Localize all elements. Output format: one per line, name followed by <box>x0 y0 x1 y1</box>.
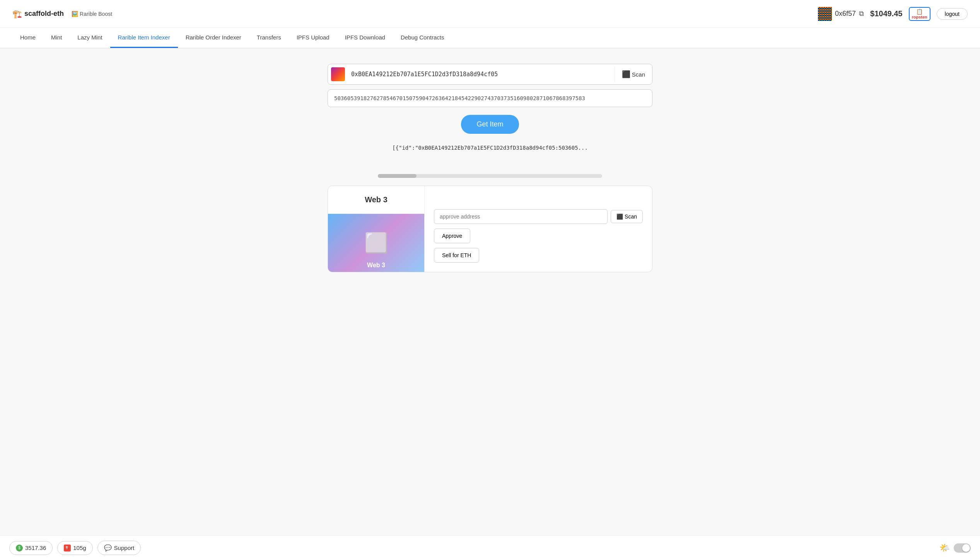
approve-button[interactable]: Approve <box>434 229 470 243</box>
card-left: Web 3 ⬜ Web 3 <box>328 186 425 272</box>
scaffold-icon: 🏗️ <box>12 9 22 19</box>
get-item-button[interactable]: Get Item <box>461 115 519 134</box>
app-title-text: scaffold-eth <box>24 10 64 18</box>
main-content: ⬛ Scan Get Item [{"id":"0xB0EA149212Eb70… <box>0 48 980 288</box>
main-nav: Home Mint Lazy Mint Rarible Item Indexer… <box>0 28 980 48</box>
copy-icon[interactable]: ⧉ <box>859 10 864 18</box>
cube-icon: ⬜ <box>364 232 388 254</box>
scroll-area[interactable] <box>378 174 602 178</box>
balance-display: $1049.45 <box>870 9 902 18</box>
chat-icon: 💬 <box>104 544 112 551</box>
input-section: ⬛ Scan Get Item [{"id":"0xB0EA149212Eb70… <box>328 64 652 151</box>
nav-item-mint[interactable]: Mint <box>43 28 70 48</box>
card-section: Web 3 ⬜ Web 3 ⬛ Scan Approve Sell for ET… <box>328 186 652 272</box>
app-title: 🏗️ scaffold-eth <box>12 9 64 19</box>
nav-item-transfers[interactable]: Transfers <box>249 28 289 48</box>
scan-label-approve: Scan <box>625 213 637 220</box>
balance-amount: 3517.36 <box>25 545 46 551</box>
card-title: Web 3 <box>328 186 424 214</box>
approve-row: ⬛ Scan <box>434 209 643 224</box>
address-input[interactable] <box>348 66 615 82</box>
bottom-bar: $ 3517.36 ⛽ 105g 💬 Support 🌤️ <box>0 535 980 560</box>
logout-button[interactable]: logout <box>937 8 968 20</box>
approve-address-input[interactable] <box>434 209 608 224</box>
qr-icon-approve: ⬛ <box>616 213 623 220</box>
scan-button-approve[interactable]: ⬛ Scan <box>611 210 643 223</box>
support-label: Support <box>114 545 135 551</box>
rarible-boost: 🖼️ Rarible Boost <box>72 11 112 17</box>
nav-item-home[interactable]: Home <box>12 28 43 48</box>
scroll-thumb <box>378 174 417 178</box>
wallet-avatar <box>818 7 832 21</box>
nft-image: ⬜ Web 3 <box>328 214 424 272</box>
wallet-info: 0x6f57 ⧉ <box>818 7 864 21</box>
scan-label-main: Scan <box>632 71 645 78</box>
bottom-right: 🌤️ <box>939 543 971 553</box>
card-image-section: ⬜ Web 3 <box>328 214 424 272</box>
bottom-left: $ 3517.36 ⛽ 105g 💬 Support <box>9 541 141 555</box>
theme-toggle[interactable] <box>954 543 971 553</box>
nav-item-rarible-order-indexer[interactable]: Rarible Order Indexer <box>178 28 249 48</box>
rarible-icon: 🖼️ <box>72 11 78 17</box>
gas-icon: ⛽ <box>64 545 71 551</box>
nav-item-lazy-mint[interactable]: Lazy Mint <box>70 28 110 48</box>
network-label: ropsten <box>912 15 927 19</box>
header: 🏗️ scaffold-eth 🖼️ Rarible Boost 0x6f57 … <box>0 0 980 28</box>
qr-icon-main: ⬛ <box>622 70 630 79</box>
balance-pill[interactable]: $ 3517.36 <box>9 541 53 555</box>
nav-item-rarible-item-indexer[interactable]: Rarible Item Indexer <box>110 28 178 48</box>
rarible-boost-label: Rarible Boost <box>80 11 112 17</box>
nav-item-ipfs-download[interactable]: IPFS Download <box>337 28 393 48</box>
header-right: 0x6f57 ⧉ $1049.45 📋 ropsten logout <box>818 7 968 21</box>
card-right: ⬛ Scan Approve Sell for ETH <box>425 186 652 272</box>
gas-amount: 105g <box>73 545 86 551</box>
nav-item-ipfs-upload[interactable]: IPFS Upload <box>289 28 337 48</box>
nft-image-label: Web 3 <box>367 262 385 269</box>
green-circle-icon: $ <box>16 545 23 551</box>
wallet-address: 0x6f57 <box>835 10 856 18</box>
address-avatar <box>331 67 345 81</box>
token-id-input[interactable] <box>328 89 652 107</box>
header-left: 🏗️ scaffold-eth 🖼️ Rarible Boost <box>12 9 112 19</box>
scan-button-main[interactable]: ⬛ Scan <box>615 66 652 82</box>
support-pill[interactable]: 💬 Support <box>97 541 141 555</box>
network-badge: 📋 ropsten <box>909 7 930 21</box>
gas-pill[interactable]: ⛽ 105g <box>57 541 92 555</box>
sun-icon: 🌤️ <box>939 543 950 553</box>
address-row: ⬛ Scan <box>328 64 652 85</box>
result-text: [{"id":"0xB0EA149212Eb707a1E5FC1D2d3fD31… <box>328 145 652 151</box>
sell-button[interactable]: Sell for ETH <box>434 248 479 263</box>
nav-item-debug-contracts[interactable]: Debug Contracts <box>393 28 452 48</box>
network-icon: 📋 <box>916 9 923 15</box>
toggle-knob <box>962 544 970 552</box>
